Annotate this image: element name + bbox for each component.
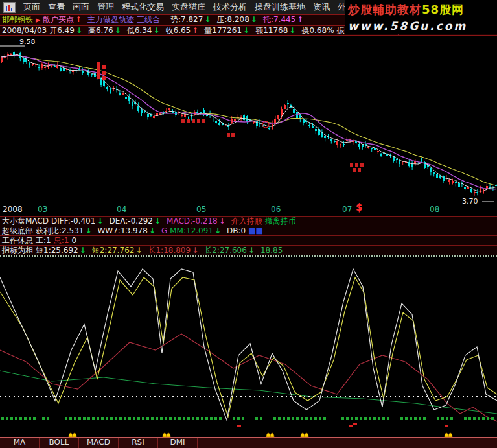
banner-title-yellow: 58股网 [422, 3, 464, 16]
down-arrow-icon: ↓ [248, 246, 255, 255]
tab-dmi[interactable]: DMI [158, 438, 198, 448]
indicator-label: 主力做盘轨迹 [87, 15, 134, 25]
indicator-name: 超级底部 [2, 226, 33, 235]
indicator-value: MM:12.091 [170, 226, 213, 235]
down-arrow-icon: ↓ [289, 26, 295, 36]
tab-boll[interactable]: BOLL [40, 438, 79, 448]
indicator-name: 工作休息 [2, 236, 33, 245]
value-tuo: 托:7.445 [263, 15, 295, 25]
up-arrow-icon: ↑ [75, 15, 82, 25]
indicator-value: DB:0 [227, 226, 246, 235]
menu-item-training-base[interactable]: 操盘训练基地 [255, 1, 305, 13]
axis-month: 03 [38, 205, 47, 214]
app-icon[interactable] [3, 2, 16, 13]
signal-text: 撤离持币 [265, 217, 296, 226]
menu-item-live-hunt[interactable]: 实盘猎庄 [172, 1, 205, 13]
candlestick-chart[interactable] [0, 36, 497, 203]
indicator-row: 指标为相短1:25.692↓短2:27.762↓长1:18.809↓长2:27.… [0, 245, 497, 255]
banner-url: www.58Gu.com [348, 19, 497, 32]
marker-icon: ▶ [36, 16, 40, 25]
menu-item-view[interactable]: 查看 [48, 1, 65, 13]
down-arrow-icon: ↓ [214, 226, 221, 235]
indicator-value: 长2:27.606 [204, 246, 247, 255]
signal-text: 介入持股 [231, 217, 262, 226]
indicator-row: 超级底部获利比:2.531↓WW7:13.978↓GMM:12.091↓DB:0… [0, 226, 497, 235]
axis-month: 08 [430, 205, 439, 214]
indicator-name: 指标为相 [2, 246, 33, 255]
date-axis: 2008 03 04 05 06 07 08 $ [0, 203, 497, 216]
tab-rsi[interactable]: RSI [119, 438, 158, 448]
up-arrow-icon: ↑ [192, 26, 198, 36]
menu-item-screen[interactable]: 画面 [73, 1, 89, 13]
indicator-value: WW7:13.978 [97, 226, 147, 235]
axis-year: 2008 [3, 205, 23, 214]
date-label: 2008/04/03 [2, 26, 47, 36]
menu-item-program-trade[interactable]: 程式化交易 [122, 1, 164, 13]
indicator-value: DIFF:-0.401 [51, 217, 95, 226]
down-arrow-icon: ↓ [135, 246, 142, 255]
axis-month: 07 [342, 205, 352, 214]
indicator-text-panel: 大小盘MACDDIFF:-0.401↓DEA:-0.292↓MACD:-0.21… [0, 216, 497, 255]
indicator-value: DEA:-0.292 [109, 217, 153, 226]
value-ya: 压:8.208 [216, 15, 249, 25]
turnover-value: 换0.68% [301, 26, 334, 36]
down-arrow-icon: ↓ [204, 15, 211, 25]
down-arrow-icon: ↓ [154, 217, 161, 226]
down-arrow-icon: ↓ [192, 246, 198, 255]
menu-item-page[interactable]: 页面 [23, 1, 40, 13]
up-arrow-icon: ↑ [297, 15, 303, 25]
tab-spacer [198, 438, 238, 448]
tab-ma[interactable]: MA [0, 438, 40, 448]
axis-month: 06 [271, 205, 281, 214]
axis-month: 04 [117, 205, 126, 214]
blue-marker-icon: ■■ [248, 226, 263, 235]
indicator-row: 大小盘MACDDIFF:-0.401↓DEA:-0.292↓MACD:-0.21… [0, 216, 497, 226]
indicator-value: 短2:27.762 [92, 246, 135, 255]
oscillator-chart[interactable] [0, 259, 497, 428]
high-price-label: 9.58 [19, 38, 36, 46]
down-arrow-icon: ↓ [153, 26, 159, 36]
indicator-row: 工作休息工:1息:10 [0, 235, 497, 245]
down-arrow-icon: ↓ [149, 226, 156, 235]
stock-name: 邯郸钢铁 [2, 15, 33, 25]
close-value: 收6.65 [166, 26, 191, 36]
indicator-tab-bar: MABOLLMACDRSIDMI [0, 437, 497, 448]
volume-value: 量177261 [204, 26, 242, 36]
down-arrow-icon: ↓ [85, 226, 91, 235]
value-shi: 势:7.827 [170, 15, 203, 25]
signal-label: 散户买点 [43, 15, 74, 25]
indicator-label: 三线合一 [137, 15, 168, 25]
axis-month: 05 [196, 205, 206, 214]
indicator-value: 0 [71, 236, 76, 245]
dotted-separator [0, 255, 497, 257]
indicator-value: 获利比:2.531 [36, 226, 84, 235]
indicator-value: 长1:18.809 [148, 246, 191, 255]
banner-title: 炒股輔助教材58股网 [348, 2, 497, 18]
menu-item-tech-analysis[interactable]: 技术分析 [213, 1, 247, 13]
open-value: 开6.49 [49, 26, 75, 36]
dollar-marker-icon: $ [356, 202, 362, 213]
down-arrow-icon: ↓ [115, 26, 121, 36]
ad-banner: 炒股輔助教材58股网 www.58Gu.com [345, 0, 497, 34]
high-value: 高6.76 [88, 26, 113, 36]
amount-value: 额11768 [255, 26, 288, 36]
indicator-value: 息:1 [54, 236, 69, 245]
trading-app-window: 页面查看画面管理程式化交易实盘猎庄技术分析操盘训练基地资讯外挂 炒股輔助教材58… [0, 0, 497, 448]
down-arrow-icon: ↓ [76, 26, 82, 36]
indicator-name: 大小盘MACD [2, 217, 49, 226]
m-signal-icon [68, 428, 78, 436]
down-arrow-icon: ↓ [243, 26, 249, 36]
m-signal-icon [300, 428, 310, 436]
menu-item-news[interactable]: 资讯 [313, 1, 330, 13]
down-arrow-icon: ↓ [80, 246, 86, 255]
banner-title-red: 炒股輔助教材 [348, 3, 422, 16]
indicator-value: 18.85 [260, 246, 283, 255]
indicator-value: 工:1 [36, 236, 51, 245]
down-arrow-icon: ↓ [97, 217, 103, 226]
down-arrow-icon: ↓ [251, 15, 257, 25]
low-price-label: 3.70 [462, 197, 478, 206]
down-arrow-icon: ↓ [219, 217, 225, 226]
menu-item-manage[interactable]: 管理 [97, 1, 114, 13]
tab-macd[interactable]: MACD [79, 438, 119, 448]
m-signal-icon [444, 428, 454, 436]
